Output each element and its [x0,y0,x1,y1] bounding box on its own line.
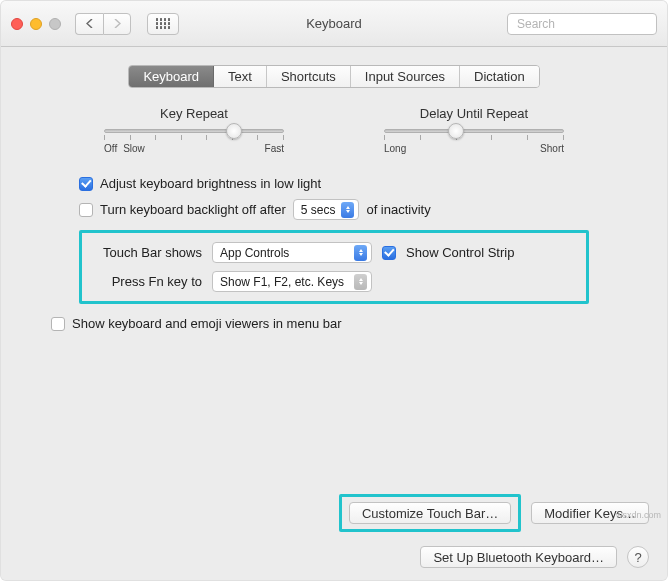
delay-until-repeat-slider[interactable]: Delay Until Repeat Long Short [374,106,574,154]
options-area: Adjust keyboard brightness in low light … [79,176,589,331]
tab-text[interactable]: Text [214,66,267,87]
titlebar: Keyboard [1,1,667,47]
slider-knob[interactable] [226,123,242,139]
tab-dictation[interactable]: Dictation [460,66,539,87]
backlight-off-checkbox[interactable] [79,203,93,217]
window-title: Keyboard [306,16,362,31]
pane-body: KeyboardTextShortcutsInput SourcesDictat… [1,47,667,580]
back-button[interactable] [75,13,103,35]
key-repeat-slider[interactable]: Key Repeat OffSlow Fast [94,106,294,154]
stepper-arrows-icon [354,274,367,290]
backlight-duration-value: 5 secs [301,203,336,217]
slider-label-long: Long [384,143,406,154]
adjust-brightness-label: Adjust keyboard brightness in low light [100,176,321,191]
grid-icon [156,18,171,29]
watermark: wsxdn.com [616,510,661,520]
menubar-viewers-label: Show keyboard and emoji viewers in menu … [72,316,342,331]
customize-touch-bar-button[interactable]: Customize Touch Bar… [349,502,511,524]
stepper-arrows-icon [341,202,354,218]
tab-bar: KeyboardTextShortcutsInput SourcesDictat… [19,65,649,88]
backlight-off-label-post: of inactivity [366,202,430,217]
minimize-icon[interactable] [30,18,42,30]
press-fn-value: Show F1, F2, etc. Keys [220,275,344,289]
slider-label-slow: Slow [123,143,145,154]
slider-knob[interactable] [448,123,464,139]
backlight-off-label-pre: Turn keyboard backlight off after [100,202,286,217]
show-all-button[interactable] [147,13,179,35]
touchbar-shows-label: Touch Bar shows [92,245,202,260]
stepper-arrows-icon [354,245,367,261]
preferences-window: Keyboard KeyboardTextShortcutsInput Sour… [0,0,668,581]
backlight-off-row: Turn keyboard backlight off after 5 secs… [79,199,589,220]
forward-button[interactable] [103,13,131,35]
show-control-strip-label: Show Control Strip [406,245,514,260]
search-input[interactable] [517,17,667,31]
slider-label-short: Short [540,143,564,154]
menubar-viewers-checkbox[interactable] [51,317,65,331]
press-fn-label: Press Fn key to [92,274,202,289]
adjust-brightness-checkbox[interactable] [79,177,93,191]
chevron-left-icon [86,19,94,28]
slider-track[interactable] [384,129,564,133]
footer: Customize Touch Bar… Modifier Keys… Set … [19,494,649,568]
tab-keyboard[interactable]: Keyboard [129,66,214,87]
delay-title: Delay Until Repeat [420,106,528,121]
customize-touch-bar-highlight: Customize Touch Bar… [339,494,521,532]
touchbar-shows-value: App Controls [220,246,289,260]
touchbar-shows-popup[interactable]: App Controls [212,242,372,263]
key-repeat-title: Key Repeat [160,106,228,121]
press-fn-popup[interactable]: Show F1, F2, etc. Keys [212,271,372,292]
touchbar-shows-row: Touch Bar shows App Controls Show Contro… [92,242,576,263]
tab-input-sources[interactable]: Input Sources [351,66,460,87]
sliders-row: Key Repeat OffSlow Fast Delay Until Repe… [49,106,619,154]
slider-label-fast: Fast [265,143,284,154]
show-control-strip-checkbox[interactable] [382,246,396,260]
slider-label-off: Off [104,143,117,154]
window-controls [11,18,61,30]
menubar-viewers-row: Show keyboard and emoji viewers in menu … [51,316,589,331]
search-field[interactable] [507,13,657,35]
close-icon[interactable] [11,18,23,30]
touchbar-highlight-box: Touch Bar shows App Controls Show Contro… [79,230,589,304]
help-button[interactable]: ? [627,546,649,568]
adjust-brightness-row: Adjust keyboard brightness in low light [79,176,589,191]
bluetooth-keyboard-button[interactable]: Set Up Bluetooth Keyboard… [420,546,617,568]
tab-shortcuts[interactable]: Shortcuts [267,66,351,87]
slider-track[interactable] [104,129,284,133]
press-fn-row: Press Fn key to Show F1, F2, etc. Keys [92,271,576,292]
zoom-icon[interactable] [49,18,61,30]
backlight-duration-popup[interactable]: 5 secs [293,199,360,220]
chevron-right-icon [113,19,121,28]
nav-back-forward [75,13,131,35]
